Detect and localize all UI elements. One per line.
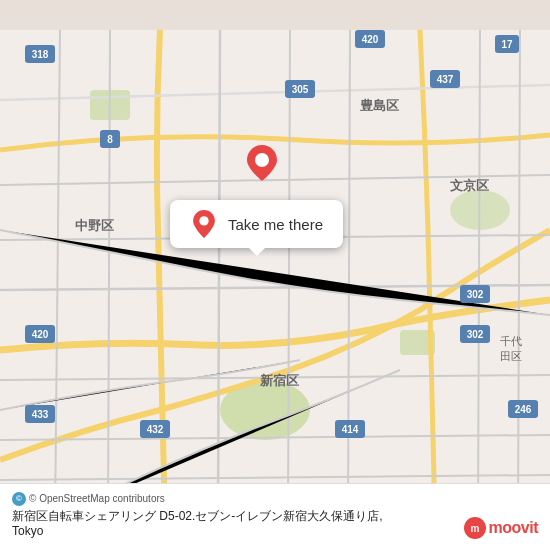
osm-credit-text: © OpenStreetMap contributors (29, 493, 165, 504)
svg-text:302: 302 (467, 329, 484, 340)
svg-text:414: 414 (342, 424, 359, 435)
svg-text:田区: 田区 (500, 350, 522, 362)
take-me-there-button[interactable]: Take me there (170, 200, 343, 248)
svg-text:433: 433 (32, 409, 49, 420)
bottom-info-bar: © © OpenStreetMap contributors 新宿区自転車シェア… (0, 483, 550, 550)
map-background: 中野区 豊島区 文京区 新宿区 318 420 432 433 420 437 … (0, 0, 550, 550)
svg-text:246: 246 (515, 404, 532, 415)
svg-text:千代: 千代 (500, 335, 522, 347)
svg-text:420: 420 (32, 329, 49, 340)
svg-point-51 (255, 153, 269, 167)
osm-logo-icon: © (12, 492, 26, 506)
svg-text:318: 318 (32, 49, 49, 60)
svg-text:432: 432 (147, 424, 164, 435)
svg-text:m: m (470, 523, 479, 534)
place-name-label: 新宿区自転車シェアリング D5-02.セブン-イレブン新宿大久保通り店, Tok… (12, 509, 392, 540)
svg-text:17: 17 (501, 39, 513, 50)
svg-text:新宿区: 新宿区 (260, 373, 299, 388)
svg-text:302: 302 (467, 289, 484, 300)
map-container: 中野区 豊島区 文京区 新宿区 318 420 432 433 420 437 … (0, 0, 550, 550)
svg-text:中野区: 中野区 (75, 218, 114, 233)
popup-pin-icon (190, 210, 218, 238)
svg-text:豊島区: 豊島区 (360, 98, 399, 113)
moovit-logo: m moovit (463, 516, 538, 540)
osm-attribution: © © OpenStreetMap contributors (12, 492, 392, 506)
popup-label: Take me there (228, 216, 323, 233)
svg-text:420: 420 (362, 34, 379, 45)
svg-text:305: 305 (292, 84, 309, 95)
svg-point-52 (199, 216, 208, 225)
svg-text:437: 437 (437, 74, 454, 85)
svg-text:8: 8 (107, 134, 113, 145)
svg-text:文京区: 文京区 (450, 178, 489, 193)
moovit-icon: m (463, 516, 487, 540)
moovit-wordmark: moovit (489, 519, 538, 537)
map-pin-marker (247, 145, 277, 185)
bottom-text-block: © © OpenStreetMap contributors 新宿区自転車シェア… (12, 492, 392, 540)
